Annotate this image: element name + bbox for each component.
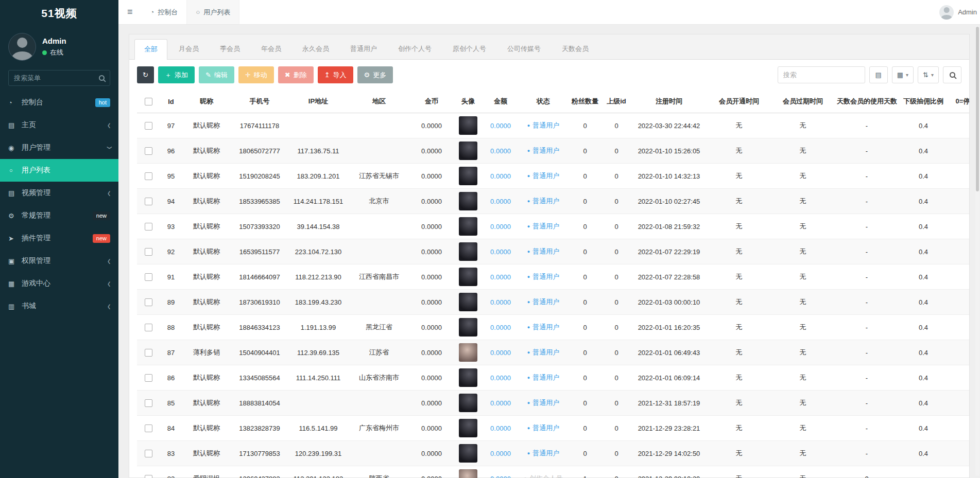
column-header-1[interactable]: 昵称 bbox=[182, 90, 231, 113]
amount-link[interactable]: 0.0000 bbox=[490, 374, 511, 382]
scrollbar-thumb[interactable] bbox=[976, 27, 979, 191]
export-button[interactable]: ⇅▾ bbox=[918, 66, 939, 83]
column-header-12[interactable]: 会员开通时间 bbox=[707, 90, 771, 113]
row-checkbox[interactable] bbox=[145, 324, 152, 331]
column-header-3[interactable]: IP地址 bbox=[288, 90, 349, 113]
edit-button[interactable]: ✎编辑 bbox=[199, 66, 234, 83]
add-button[interactable]: ＋添加 bbox=[158, 66, 195, 83]
cell-fans: 1 bbox=[568, 466, 602, 478]
filter-tab-0[interactable]: 全部 bbox=[134, 39, 167, 60]
sidebar-item-book-city[interactable]: ▥书城‹ bbox=[0, 295, 118, 317]
search-button[interactable] bbox=[943, 66, 961, 83]
column-header-9[interactable]: 粉丝数量 bbox=[568, 90, 602, 113]
table-search-input[interactable] bbox=[778, 66, 865, 83]
row-checkbox[interactable] bbox=[145, 374, 152, 382]
amount-link[interactable]: 0.0000 bbox=[490, 475, 511, 478]
row-checkbox[interactable] bbox=[145, 399, 152, 407]
column-header-0[interactable]: Id bbox=[160, 90, 182, 113]
columns-button[interactable]: ▦▾ bbox=[892, 66, 914, 83]
filter-tab-8[interactable]: 公司传媒号 bbox=[497, 39, 551, 59]
row-checkbox[interactable] bbox=[145, 147, 152, 155]
column-header-6[interactable]: 头像 bbox=[454, 90, 483, 113]
amount-link[interactable]: 0.0000 bbox=[490, 349, 511, 357]
column-header-14[interactable]: 天数会员的使用天数 bbox=[835, 90, 899, 113]
filter-tab-1[interactable]: 月会员 bbox=[169, 39, 209, 59]
table-view-button[interactable]: ▤ bbox=[869, 66, 888, 83]
cell-days-used: - bbox=[835, 365, 899, 391]
amount-link[interactable]: 0.0000 bbox=[490, 450, 511, 457]
sidebar-item-video-mgmt[interactable]: ▤视频管理‹ bbox=[0, 182, 118, 204]
column-header-15[interactable]: 下级抽佣比例 bbox=[899, 90, 948, 113]
sidebar-item-general-mgmt[interactable]: ⚙常规管理new bbox=[0, 204, 118, 227]
row-checkbox[interactable] bbox=[145, 349, 152, 357]
row-checkbox[interactable] bbox=[145, 248, 152, 256]
cell-commission: 0.4 bbox=[899, 164, 948, 189]
amount-link[interactable]: 0.0000 bbox=[490, 424, 511, 432]
column-header-11[interactable]: 注册时间 bbox=[631, 90, 707, 113]
row-checkbox[interactable] bbox=[145, 475, 152, 478]
column-header-5[interactable]: 金币 bbox=[409, 90, 454, 113]
row-checkbox[interactable] bbox=[145, 424, 152, 432]
select-all-checkbox[interactable] bbox=[145, 98, 152, 105]
row-checkbox[interactable] bbox=[145, 172, 152, 180]
amount-link[interactable]: 0.0000 bbox=[490, 223, 511, 231]
filter-tab-9[interactable]: 天数会员 bbox=[552, 39, 598, 59]
column-header-8[interactable]: 状态 bbox=[519, 90, 568, 113]
column-header-2[interactable]: 手机号 bbox=[231, 90, 288, 113]
amount-link[interactable]: 0.0000 bbox=[490, 324, 511, 331]
import-button[interactable]: ↥导入 bbox=[318, 66, 353, 83]
topbar-user-menu[interactable]: Admin bbox=[933, 0, 980, 24]
row-checkbox[interactable] bbox=[145, 450, 152, 457]
amount-link[interactable]: 0.0000 bbox=[490, 273, 511, 281]
sidebar-item-game-center[interactable]: ▦游戏中心‹ bbox=[0, 272, 118, 295]
menu-search-input[interactable] bbox=[14, 74, 95, 82]
hamburger-icon[interactable]: ≡ bbox=[118, 0, 142, 24]
row-checkbox[interactable] bbox=[145, 223, 152, 231]
amount-link[interactable]: 0.0000 bbox=[490, 122, 511, 130]
sidebar-item-addon-mgmt[interactable]: ➤插件管理new bbox=[0, 227, 118, 250]
amount-link[interactable]: 0.0000 bbox=[490, 172, 511, 180]
tab-console[interactable]: ◔控制台 bbox=[142, 0, 187, 24]
cell-nickname: 默认昵称 bbox=[182, 391, 231, 416]
amount-link[interactable]: 0.0000 bbox=[490, 147, 511, 155]
table-body: 97默认昵称176741111780.00000.0000●普通用户002022… bbox=[137, 113, 969, 478]
topbar: ≡ ◔控制台○用户列表 Admin bbox=[118, 0, 980, 25]
row-checkbox[interactable] bbox=[145, 198, 152, 205]
amount-link[interactable]: 0.0000 bbox=[490, 198, 511, 205]
filter-tab-6[interactable]: 创作个人号 bbox=[388, 39, 441, 59]
main-area: ≡ ◔控制台○用户列表 Admin 全部月会员季会员年会员永久会员普通用户创作个… bbox=[118, 0, 980, 478]
filter-tab-3[interactable]: 年会员 bbox=[251, 39, 291, 59]
app-logo: 51视频 bbox=[0, 0, 118, 27]
refresh-button[interactable]: ↻ bbox=[137, 66, 154, 83]
filter-tab-2[interactable]: 季会员 bbox=[210, 39, 250, 59]
delete-button[interactable]: ✖删除 bbox=[278, 66, 314, 83]
amount-link[interactable]: 0.0000 bbox=[490, 248, 511, 256]
search-icon[interactable] bbox=[99, 75, 105, 81]
sidebar-item-user-mgmt[interactable]: ◉用户管理‹ bbox=[0, 136, 118, 159]
cell-flag bbox=[948, 239, 969, 264]
filter-tab-4[interactable]: 永久会员 bbox=[293, 39, 339, 59]
column-header-4[interactable]: 地区 bbox=[349, 90, 409, 113]
user-avatar bbox=[459, 293, 477, 311]
cell-commission: 0.4 bbox=[899, 189, 948, 214]
tab-user-list[interactable]: ○用户列表 bbox=[187, 0, 239, 24]
sidebar-item-auth-mgmt[interactable]: ▣权限管理‹ bbox=[0, 250, 118, 272]
sidebar-item-user-list[interactable]: ○用户列表 bbox=[0, 159, 118, 182]
column-header-13[interactable]: 会员过期时间 bbox=[771, 90, 835, 113]
row-checkbox[interactable] bbox=[145, 122, 152, 130]
column-header-7[interactable]: 金额 bbox=[483, 90, 519, 113]
sidebar-item-console[interactable]: ◔控制台hot bbox=[0, 91, 118, 114]
move-button[interactable]: ✛移动 bbox=[238, 66, 274, 83]
scrollbar[interactable] bbox=[975, 26, 979, 476]
column-header-16[interactable]: 0=停用 bbox=[948, 90, 969, 113]
filter-tab-7[interactable]: 原创个人号 bbox=[443, 39, 496, 59]
cell-nickname: 默认昵称 bbox=[182, 365, 231, 391]
row-checkbox[interactable] bbox=[145, 298, 152, 306]
column-header-10[interactable]: 上级id bbox=[602, 90, 631, 113]
amount-link[interactable]: 0.0000 bbox=[490, 298, 511, 306]
sidebar-item-home[interactable]: ▤主页‹ bbox=[0, 114, 118, 136]
amount-link[interactable]: 0.0000 bbox=[490, 399, 511, 407]
more-button[interactable]: ⚙更多 bbox=[357, 66, 393, 83]
row-checkbox[interactable] bbox=[145, 273, 152, 281]
filter-tab-5[interactable]: 普通用户 bbox=[340, 39, 387, 59]
